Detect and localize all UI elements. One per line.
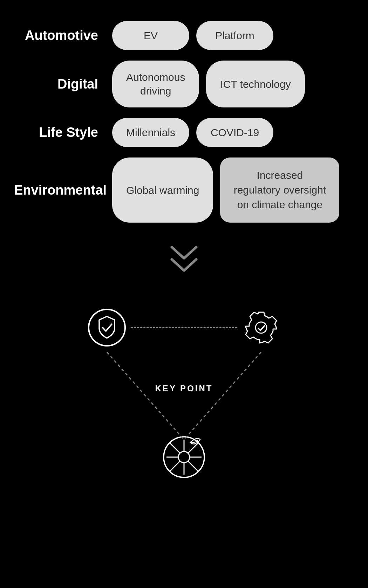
category-label-lifestyle: Life Style xyxy=(14,125,112,140)
dotted-line-horizontal xyxy=(131,327,237,328)
key-point-label: KEY POINT xyxy=(155,384,213,393)
page-wrapper: Automotive EV Platform Digital Autonomou… xyxy=(0,0,368,588)
svg-line-13 xyxy=(170,461,180,471)
tag-ict-technology: ICT technology xyxy=(206,61,305,107)
category-label-environmental: Environmental xyxy=(14,183,112,198)
category-row-environmental: Environmental Global warming Increased r… xyxy=(14,158,354,223)
triangle-lines-svg xyxy=(86,352,282,450)
shield-check-icon xyxy=(86,307,128,349)
tag-regulatory-oversight: Increased regulatory oversight on climat… xyxy=(220,158,339,223)
svg-line-11 xyxy=(188,461,198,471)
tag-platform: Platform xyxy=(196,21,273,50)
shield-icon-container xyxy=(86,307,128,349)
tag-covid19: COVID-19 xyxy=(196,118,273,147)
category-tags-automotive: EV Platform xyxy=(112,21,273,50)
tag-autonomous-driving: Autonomous driving xyxy=(112,61,199,107)
diagram-container: KEY POINT xyxy=(86,307,282,482)
category-row-digital: Digital Autonomous driving ICT technolog… xyxy=(14,61,354,107)
categories-section: Automotive EV Platform Digital Autonomou… xyxy=(0,0,368,230)
category-tags-lifestyle: Millennials COVID-19 xyxy=(112,118,273,147)
svg-point-5 xyxy=(178,451,190,463)
chevron-section xyxy=(0,230,368,300)
chevron-down-icon xyxy=(166,244,202,279)
svg-line-2 xyxy=(107,352,184,440)
svg-line-3 xyxy=(184,352,261,440)
tag-millennials: Millennials xyxy=(112,118,189,147)
category-row-automotive: Automotive EV Platform xyxy=(14,21,354,50)
category-label-digital: Digital xyxy=(14,77,112,92)
tag-ev: EV xyxy=(112,21,189,50)
svg-point-1 xyxy=(255,322,267,333)
key-point-text: KEY POINT xyxy=(155,384,213,393)
svg-point-0 xyxy=(89,309,125,346)
gear-check-icon xyxy=(240,307,282,349)
diagram-section: KEY POINT xyxy=(0,300,368,588)
category-tags-digital: Autonomous driving ICT technology xyxy=(112,61,305,107)
category-label-automotive: Automotive xyxy=(14,28,112,43)
triangle-diagram: KEY POINT xyxy=(86,352,282,450)
category-tags-environmental: Global warming Increased regulatory over… xyxy=(112,158,339,223)
category-row-lifestyle: Life Style Millennials COVID-19 xyxy=(14,118,354,147)
icons-top-row xyxy=(86,307,282,349)
tag-global-warming: Global warming xyxy=(112,158,213,223)
gear-icon-container xyxy=(240,307,282,349)
